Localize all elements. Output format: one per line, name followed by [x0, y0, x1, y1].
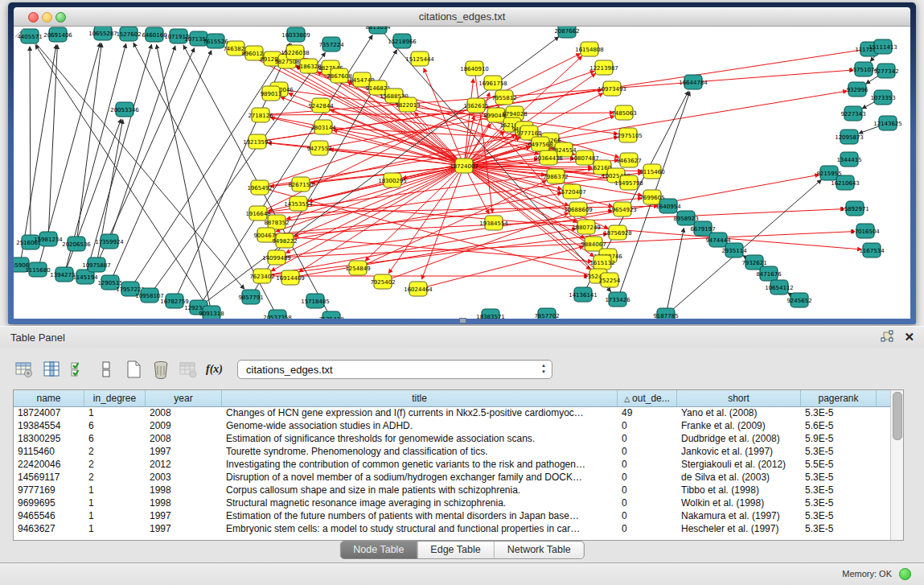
table-cell[interactable]: Embryonic stem cells: a model to study s…	[222, 522, 618, 535]
table-cell[interactable]: Nakamura et al. (1997)	[677, 509, 801, 522]
close-panel-icon[interactable]: ✕	[904, 330, 914, 344]
window-resize-handle[interactable]	[459, 318, 466, 323]
network-edge[interactable]	[464, 166, 612, 207]
network-node[interactable]: 6460160	[142, 27, 166, 42]
table-row[interactable]: 911546021997Tourette syndrome. Phenomeno…	[14, 445, 891, 458]
table-cell[interactable]: 2008	[146, 406, 222, 419]
table-cell[interactable]: 0	[618, 484, 677, 496]
network-node[interactable]: 18756928	[603, 225, 632, 240]
table-cell[interactable]: 0	[618, 445, 677, 458]
network-node[interactable]: 9227343	[840, 106, 865, 121]
network-edge[interactable]	[76, 43, 101, 244]
network-edge[interactable]	[262, 234, 607, 276]
table-cell[interactable]: 14569117	[14, 471, 84, 484]
table-scrollbar-thumb[interactable]	[893, 392, 902, 440]
table-cell[interactable]: Dudbridge et al. (2008)	[677, 432, 801, 445]
network-node[interactable]: 7525418	[318, 311, 343, 319]
table-cell[interactable]: Stergiakouli et al. (2012)	[677, 458, 801, 471]
table-cell[interactable]: 1	[84, 509, 146, 522]
table-cell[interactable]: 1997	[146, 445, 222, 458]
network-edge[interactable]	[262, 175, 819, 276]
network-node[interactable]: 8813054	[365, 27, 391, 34]
table-row[interactable]: 977716911998Corpus callosum shape and si…	[14, 484, 891, 496]
column-visibility-icon[interactable]	[42, 360, 61, 379]
table-cell[interactable]: 5.3E-5	[801, 484, 877, 496]
network-node[interactable]: 8878352	[264, 215, 289, 229]
table-cell[interactable]: 0	[618, 522, 677, 535]
table-cell[interactable]: Changes of HCN gene expression and I(f) …	[222, 406, 618, 419]
table-cell[interactable]: 18300295	[14, 432, 84, 445]
network-node[interactable]: 1916648	[245, 206, 270, 220]
table-settings-icon[interactable]	[14, 360, 34, 379]
table-cell[interactable]: Tourette syndrome. Phenomenology and cla…	[222, 445, 618, 458]
network-node[interactable]: 20053346	[110, 102, 139, 117]
table-cell[interactable]: de Silva et al. (2003)	[677, 471, 801, 484]
table-cell[interactable]: 5.3E-5	[801, 522, 877, 535]
table-cell[interactable]: 1	[84, 484, 146, 496]
window-titlebar[interactable]: citations_edges.txt	[14, 7, 910, 27]
table-cell[interactable]: 9699695	[14, 496, 84, 509]
table-cell[interactable]: 0	[618, 471, 677, 484]
table-cell[interactable]: 0	[618, 496, 677, 509]
table-header-cell-year[interactable]: year	[146, 390, 222, 406]
network-node[interactable]: 1733426	[605, 292, 630, 307]
table-cell[interactable]: 1	[84, 496, 146, 509]
network-edge[interactable]	[418, 246, 583, 289]
table-header-cell-out_de[interactable]: △out_de...	[618, 390, 677, 406]
table-row[interactable]: 1830029562008Estimation of significance …	[14, 432, 891, 445]
network-node[interactable]: 2803144	[310, 120, 336, 134]
network-edge[interactable]	[277, 232, 855, 257]
table-cell[interactable]: Tibbo et al. (1998)	[677, 484, 801, 496]
table-cell[interactable]: Hescheler et al. (1997)	[677, 522, 801, 535]
table-cell[interactable]: Genome-wide association studies in ADHD.	[222, 419, 618, 432]
tab-network-table[interactable]: Network Table	[495, 542, 584, 558]
table-scrollbar[interactable]	[890, 390, 903, 540]
memory-status-indicator[interactable]	[899, 568, 911, 580]
network-node[interactable]: 7485063	[611, 105, 636, 120]
table-cell[interactable]: 5.3E-5	[801, 496, 877, 509]
network-node[interactable]: 19654923	[608, 202, 637, 216]
network-node[interactable]: 12095873	[835, 130, 864, 144]
table-cell[interactable]: 6	[84, 432, 146, 445]
network-canvas[interactable]: 1872400774638228960124891295498275081522…	[14, 27, 910, 319]
network-node[interactable]: 9463627	[616, 153, 641, 167]
network-node[interactable]: 2087662	[554, 27, 579, 38]
tab-edge-table[interactable]: Edge Table	[417, 542, 494, 558]
network-node[interactable]: 1527602	[116, 27, 141, 41]
network-edge[interactable]	[48, 45, 57, 239]
canvas-resize-grip[interactable]	[14, 27, 25, 38]
network-node[interactable]: 1167534	[859, 243, 885, 257]
network-edge[interactable]	[257, 48, 873, 142]
delete-table-icon[interactable]	[151, 360, 170, 379]
network-node[interactable]: 19384554	[479, 216, 508, 230]
network-edge[interactable]	[109, 46, 175, 241]
network-node[interactable]: 18640910	[460, 61, 489, 76]
table-row[interactable]: 1456911722003Disruption of a novel membe…	[14, 471, 891, 484]
network-node[interactable]: 1254849	[345, 261, 370, 275]
network-node[interactable]: 7857702	[534, 308, 559, 319]
network-edge[interactable]	[130, 43, 290, 289]
network-node[interactable]: 9115460	[639, 164, 664, 179]
network-node[interactable]: 20537358	[263, 310, 292, 319]
table-cell[interactable]: 1	[84, 406, 146, 419]
select-all-icon[interactable]	[69, 360, 88, 379]
network-edge[interactable]	[110, 51, 211, 282]
network-node[interactable]: 9091318	[199, 306, 224, 319]
network-node[interactable]: 9277342	[873, 64, 898, 78]
network-edge[interactable]	[266, 209, 844, 235]
network-node[interactable]: 1073353	[870, 90, 895, 105]
network-node[interactable]: 17359924	[95, 234, 124, 249]
table-cell[interactable]: 0	[618, 432, 677, 445]
network-node[interactable]: 16024464	[404, 282, 433, 296]
tab-node-table[interactable]: Node Table	[340, 542, 417, 558]
network-node[interactable]: 2935114	[721, 243, 747, 257]
network-edge[interactable]	[422, 166, 464, 279]
network-edge[interactable]	[464, 166, 590, 270]
table-cell[interactable]: 1997	[146, 522, 222, 535]
table-row[interactable]: 946362711997Embryonic stem cells: a mode…	[14, 522, 891, 535]
table-cell[interactable]: Wolkin et al. (1998)	[677, 496, 801, 509]
network-node[interactable]: 9187785	[653, 308, 678, 319]
table-cell[interactable]: 5.3E-5	[801, 406, 877, 419]
table-cell[interactable]: 0	[618, 458, 677, 471]
float-panel-icon[interactable]	[880, 330, 894, 344]
